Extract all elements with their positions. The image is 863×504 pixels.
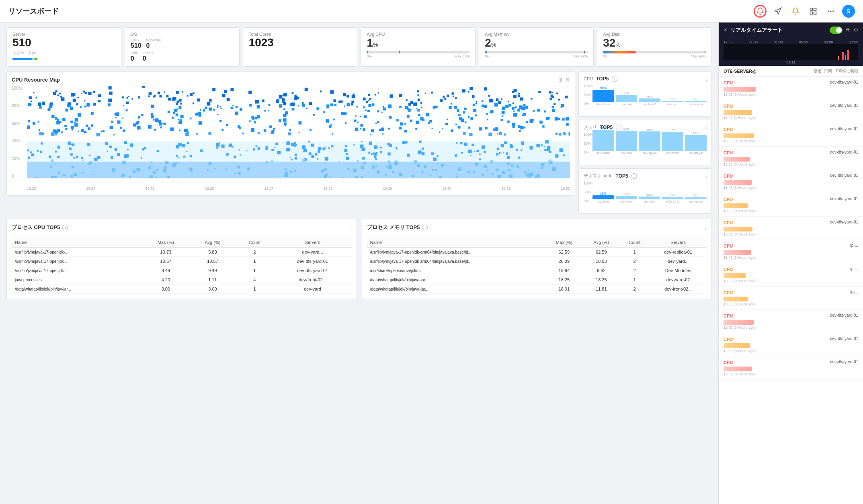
- alert-server-label: dev-dfs-yard-01: [830, 103, 858, 108]
- alert-item[interactable]: CPU 13:05 (3 Hours ago) ip-...: [719, 287, 863, 310]
- bottom-row: プロセス CPU TOP5 i › Name Max (%) Avg (%) C…: [6, 219, 712, 299]
- cpu-chart-area: 100% 80% 60% 40% 20% 0: [12, 86, 570, 191]
- server-color-bar: [12, 58, 115, 60]
- cell-name: /usr/lib/jvm/java-17-openjdk-...: [12, 266, 142, 275]
- cell-max: 3.00: [142, 285, 190, 294]
- alert-item[interactable]: CPU 13:06 (3 Hours ago) dev-dfs-yard-01: [719, 100, 863, 123]
- svg-rect-0: [810, 8, 813, 10]
- alert-time: 13:05 (3 Hours ago): [724, 162, 827, 166]
- alert-toggle[interactable]: [830, 27, 843, 34]
- alert-time: 12:56 (3 Hours ago): [724, 326, 827, 330]
- alert-trash-icon[interactable]: 🗑: [846, 27, 851, 33]
- col-servers: Servers: [274, 238, 352, 248]
- top5-memory-card: メモリ TOP5 i › 100% 50% 0%: [578, 120, 712, 165]
- alert-bar: [724, 297, 748, 301]
- top5-cpu-info-icon[interactable]: i: [612, 76, 617, 82]
- top5-memory-arrow[interactable]: ›: [706, 125, 707, 131]
- alert-type-label: CPU: [724, 174, 733, 178]
- table-row: java processes 4.20 1.11 4 dev-front-02.…: [12, 275, 352, 285]
- alert-time: 13:06 (3 Hours ago): [724, 116, 827, 120]
- alert-item[interactable]: CPU 13:05 (3 Hours ago) ip-...: [719, 263, 863, 287]
- cell-avg: 11.81: [583, 285, 619, 294]
- header: リソースボード S: [0, 0, 863, 23]
- process-cpu-info-icon[interactable]: i: [62, 225, 68, 230]
- alert-item[interactable]: CPU 13:06 (3 Hours ago) dev-dfs-yard-01: [719, 77, 863, 100]
- bar: [662, 132, 684, 151]
- alert-time: 13:06 (3 Hours ago): [724, 139, 827, 143]
- server-arrow[interactable]: ›: [27, 32, 28, 37]
- bar-item: 17% Dev-Modul: [616, 192, 638, 203]
- alert-panel-title: リアルタイムアラート: [730, 27, 826, 34]
- process-memory-arrow[interactable]: ›: [705, 227, 707, 232]
- bar: [639, 98, 660, 102]
- more-icon[interactable]: [824, 5, 837, 18]
- top5-disk-info-icon[interactable]: i: [631, 173, 637, 179]
- scatter-canvas: [27, 86, 570, 178]
- alert-item[interactable]: CPU 13:06 (3 Hours ago) dev-dfs-yard-01: [719, 123, 863, 147]
- cell-name: /usr/lib/jvm/java-17-openjdk-...: [12, 248, 142, 257]
- timeline-spike: [842, 52, 844, 60]
- user-avatar[interactable]: S: [842, 5, 855, 18]
- alert-server-label: dev-dfs-yard-01: [830, 360, 858, 364]
- alert-item[interactable]: CPU 13:05 (3 Hours ago) dev-dfs-yard-01: [719, 217, 863, 240]
- os-windows: Windows 0: [146, 38, 161, 49]
- col-count: Count: [236, 238, 274, 248]
- col-max: Max (%): [142, 238, 190, 248]
- alert-type-label: CPU: [724, 313, 733, 318]
- alert-filter-period: 最近1日間 100件に制限: [814, 68, 858, 74]
- top5-disk-bar-group: 18% dev-front 17% Dev-Modul: [592, 181, 707, 203]
- bar: [639, 131, 660, 151]
- cell-max: 18.25: [545, 275, 583, 285]
- bar-item: 2% dev-replica: [685, 98, 707, 106]
- alert-server-name: OTE-SERVER@: [724, 69, 756, 74]
- svg-rect-3: [814, 12, 816, 14]
- alert-settings-icon[interactable]: ⚙: [854, 27, 858, 33]
- chart-inner: [27, 86, 570, 178]
- table-header-row: Name Max (%) Avg (%) Count Servers: [12, 238, 352, 248]
- cell-count: 2: [619, 285, 650, 294]
- megaphone-icon[interactable]: [771, 5, 784, 18]
- process-cpu-tbody: /usr/lib/jvm/java-17-openjdk-... 10.73 5…: [12, 248, 352, 294]
- notification-bell-icon[interactable]: [789, 5, 802, 18]
- alert-time: 13:06 (3 Hours ago): [724, 92, 827, 96]
- svg-rect-2: [810, 12, 813, 14]
- alert-item[interactable]: CPU 13:05 (3 Hours ago) dev-dfs-yard-01: [719, 193, 863, 217]
- avg-memory-value: 2%: [485, 37, 588, 49]
- alert-item[interactable]: CPU 13:05 (3 Hours ago) dev-dfs-yard-01: [719, 147, 863, 170]
- settings-icon[interactable]: ⚙: [566, 77, 570, 83]
- cell-servers: dev-dfs-yard-01: [274, 257, 352, 266]
- cell-servers: dev-yard...: [274, 248, 352, 257]
- alert-bell-icon[interactable]: [754, 5, 767, 18]
- bar-item: 18% dev-front: [592, 192, 614, 203]
- process-memory-info-icon[interactable]: i: [422, 225, 428, 230]
- top5-cpu-arrow[interactable]: ›: [706, 77, 707, 82]
- top5-disk-header: ディスクInode TOP5 i: [584, 173, 707, 179]
- alert-server-label: ip-...: [851, 290, 858, 294]
- table-row: /usr/share/opensearch/jdk/bi 19.64 9.82 …: [367, 266, 707, 275]
- bar-item: 30% dev-dfs-yar: [592, 86, 614, 106]
- alert-item[interactable]: CPU 13:05 (3 Hours ago) ip-...: [719, 240, 863, 263]
- bar: [592, 130, 614, 151]
- alert-close-button[interactable]: ×: [724, 27, 727, 34]
- process-cpu-arrow[interactable]: ›: [350, 227, 351, 232]
- alert-type-label: CPU: [724, 220, 733, 225]
- timeline-spike: [847, 50, 849, 60]
- alert-item[interactable]: CPU 13:05 (3 Hours ago) dev-dfs-yard-01: [719, 170, 863, 193]
- alert-server-label: dev-dfs-yard-01: [830, 220, 858, 224]
- alert-item[interactable]: CPU 12:56 (3 Hours ago) dev-dfs-yard-01: [719, 333, 863, 356]
- layout-icon[interactable]: [807, 5, 820, 18]
- bar-item: 87% Dev-Modul: [662, 128, 684, 154]
- top5-disk-arrow[interactable]: ›: [706, 174, 707, 179]
- avg-memory-card: Avg Memory 2% 0% Max 97%: [479, 27, 594, 67]
- alert-content: CPU 13:06 (3 Hours ago): [724, 103, 827, 120]
- alert-item[interactable]: CPU 12:56 (3 Hours ago) dev-dfs-yard-01: [719, 310, 863, 333]
- cell-avg: 10.57: [190, 257, 236, 266]
- bar-item: 9% dev-replica: [685, 194, 707, 203]
- avg-cpu-card: Avg CPU 1% 0% Max 31%: [361, 27, 476, 67]
- total-label: 全体: [28, 51, 36, 56]
- alert-panel: × リアルタイムアラート 🗑 ⚙ 17:00 21:00 01:00 05:00…: [718, 23, 863, 504]
- os-others: Others 0: [143, 51, 154, 62]
- alert-item[interactable]: CPU 12:51 (3 Hours ago) dev-dfs-yard-01: [719, 356, 863, 380]
- grid-icon[interactable]: ⊞: [558, 77, 562, 83]
- process-cpu-header: プロセス CPU TOP5 i ›: [12, 224, 352, 234]
